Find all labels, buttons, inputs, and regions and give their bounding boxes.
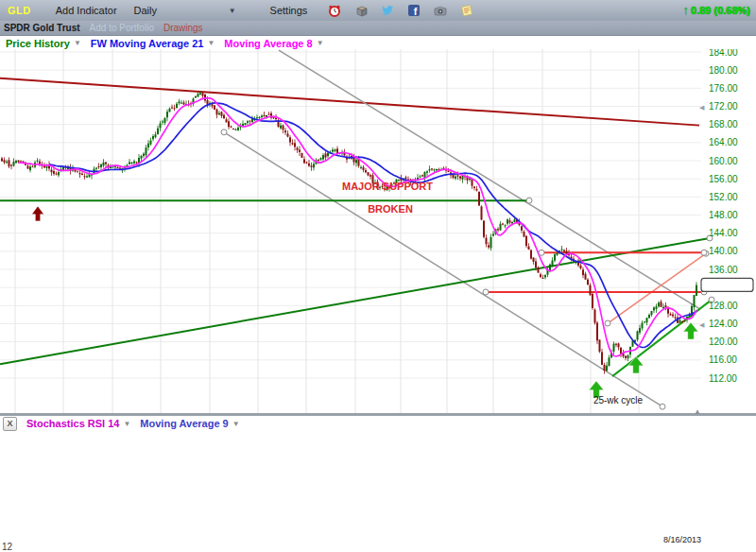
stochastics-chart[interactable] xyxy=(0,431,756,527)
ma8-dropdown[interactable]: Moving Average 8 ▼ xyxy=(224,38,323,49)
price-axis-label: 160.00 xyxy=(709,156,738,166)
price-axis-label: 128.00 xyxy=(709,301,738,311)
trendline-handle[interactable] xyxy=(539,250,544,255)
add-to-portfolio-link[interactable]: Add to Portfolio xyxy=(90,23,154,33)
price-change: ↑ 0.89 (0.68%) xyxy=(683,5,750,16)
price-axis-label: 124.00 xyxy=(709,319,738,329)
price-axis-label: 112.00 xyxy=(709,373,737,384)
price-axis-label: 152.00 xyxy=(709,192,738,202)
divider-grip-icon[interactable]: ▲ xyxy=(694,407,701,416)
chart-annotation: 25-wk cycle xyxy=(593,395,644,405)
symbol-name-label: SPDR Gold Trust xyxy=(4,23,80,33)
price-axis-label: 176.00 xyxy=(709,83,738,94)
price-axis-label: 136.00 xyxy=(709,265,738,275)
toolbar: GLD Add Indicator Daily ▼ Settings f xyxy=(0,0,756,22)
price-axis-label: 120.00 xyxy=(709,336,738,347)
price-history-label: Price History xyxy=(6,38,70,49)
chevron-down-icon: ▼ xyxy=(74,39,81,47)
facebook-letter: f xyxy=(414,6,418,17)
price-change-value: 0.89 (0.68%) xyxy=(691,5,750,16)
ma9-dropdown[interactable]: Moving Average 9 ▼ xyxy=(140,418,239,429)
current-price-box xyxy=(701,278,753,291)
chevron-down-icon: ▼ xyxy=(232,420,240,428)
maroon-up-arrow xyxy=(32,206,44,221)
timeframe-dropdown[interactable]: Daily ▼ xyxy=(129,5,242,16)
price-axis-label: 116.00 xyxy=(709,354,737,365)
stochastics-label: Stochastics RSI 14 xyxy=(26,418,119,429)
candles xyxy=(1,92,697,374)
price-axis-label: 144.00 xyxy=(709,228,738,238)
cube-icon[interactable] xyxy=(354,4,368,17)
add-indicator-button[interactable]: Add Indicator xyxy=(44,5,129,16)
ma21-label: FW Moving Average 21 xyxy=(91,38,204,49)
camera-icon[interactable] xyxy=(434,4,447,17)
price-axis-label: 164.00 xyxy=(709,137,738,147)
trendline-handle[interactable] xyxy=(701,250,707,255)
ma8-label: Moving Average 8 xyxy=(224,38,312,49)
trendline-handle[interactable] xyxy=(605,320,610,326)
price-axis-label: 172.00 xyxy=(709,101,738,112)
grid-lines xyxy=(0,49,701,413)
chevron-down-icon: ▼ xyxy=(317,39,324,47)
stochastics-dropdown[interactable]: Stochastics RSI 14 ▼ xyxy=(26,418,130,429)
price-chart[interactable]: MAJOR SUPPORTBROKEN25-wk cycle184.00180.… xyxy=(0,49,756,413)
chart-annotation: BROKEN xyxy=(368,203,413,215)
axis-marker-icon: ◀ xyxy=(699,104,705,111)
price-axis: 184.00180.00176.00172.00168.00164.00160.… xyxy=(699,49,753,384)
chevron-down-icon: ▼ xyxy=(229,7,236,15)
price-axis-label: 156.00 xyxy=(709,174,738,184)
trendline-handle[interactable] xyxy=(483,289,489,295)
symbol-label: GLD xyxy=(8,5,31,16)
twitter-icon[interactable] xyxy=(381,4,394,17)
price-history-dropdown[interactable]: Price History ▼ xyxy=(6,38,81,49)
settings-button[interactable]: Settings xyxy=(259,5,319,16)
facebook-icon[interactable]: f xyxy=(407,4,421,17)
time-axis: 12 8/16/2013 xyxy=(0,526,756,552)
notes-icon[interactable] xyxy=(460,4,473,17)
close-indicator-button[interactable]: X xyxy=(3,417,17,431)
trendline-handle[interactable] xyxy=(660,404,665,409)
chart-annotation: MAJOR SUPPORT xyxy=(342,181,433,192)
price-pane-header: Price History ▼ FW Moving Average 21 ▼ M… xyxy=(0,36,756,50)
ma9-label: Moving Average 9 xyxy=(140,418,228,429)
green-up-arrow-2 xyxy=(628,356,644,373)
date-label: 8/16/2013 xyxy=(663,535,701,544)
toolbar-icons: f xyxy=(328,4,473,17)
up-arrow-icon: ↑ xyxy=(683,6,690,15)
axis-marker-icon: ◀ xyxy=(699,321,705,328)
alarm-clock-icon[interactable] xyxy=(328,4,341,17)
indicator-pane-header: X Stochastics RSI 14 ▼ Moving Average 9 … xyxy=(0,416,756,431)
charting-application: GLD Add Indicator Daily ▼ Settings f xyxy=(0,0,756,552)
price-axis-label: 184.00 xyxy=(709,49,738,58)
trendline-handle[interactable] xyxy=(221,129,227,135)
price-axis-label: 180.00 xyxy=(709,65,738,76)
long-term-resistance-line xyxy=(0,78,699,126)
symbol-subheader: SPDR Gold Trust Add to Portfolio Drawing… xyxy=(0,21,756,36)
timeframe-value: Daily xyxy=(134,5,157,16)
price-axis-label: 148.00 xyxy=(709,210,738,220)
trendline-handle[interactable] xyxy=(526,198,532,203)
chevron-down-icon: ▼ xyxy=(123,420,130,428)
green-up-arrow-3 xyxy=(683,322,698,339)
drawings-link[interactable]: Drawings xyxy=(163,23,203,33)
gray-channel-upper-line xyxy=(279,50,700,309)
chevron-down-icon: ▼ xyxy=(207,39,215,47)
price-axis-label: 168.00 xyxy=(709,119,738,129)
price-axis-label: 140.00 xyxy=(709,246,738,256)
ma21-dropdown[interactable]: FW Moving Average 21 ▼ xyxy=(91,38,215,49)
year-left-label: 12 xyxy=(2,542,12,552)
